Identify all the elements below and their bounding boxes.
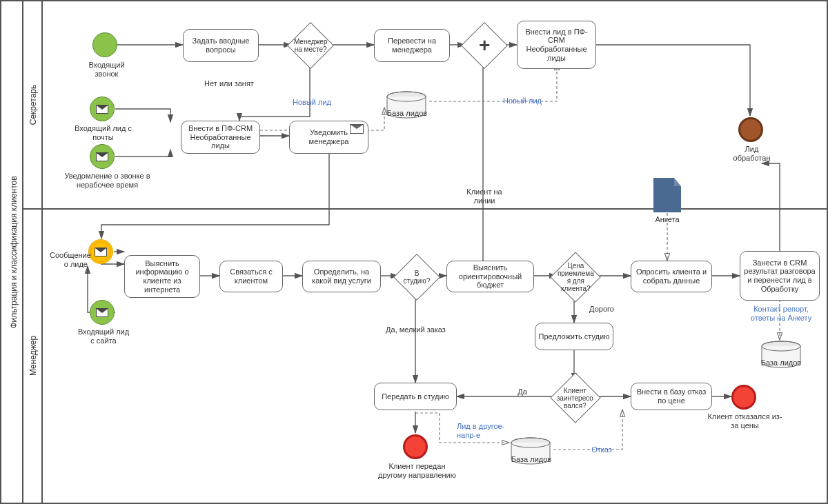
label: Анкета: [650, 215, 684, 224]
task-crm-result: Занести в CRM результат разговора и пере…: [740, 251, 820, 301]
task-contact: Связаться с клиентом: [219, 261, 283, 292]
label: Сообщение о лиде: [50, 251, 88, 268]
task-survey: Опросить клиента и собрать данные: [631, 261, 712, 292]
task-add-lead-crm: Внести лид в ПФ- CRM Необработанные лиды: [517, 21, 596, 69]
start-event-call: [92, 32, 117, 57]
label: Уведомление о звонке в нерабочее время: [61, 172, 154, 189]
label: Клиент отказался из-за цены: [705, 412, 785, 430]
edge-label: Клиент на линии: [457, 188, 512, 205]
edge-label: Да: [512, 387, 533, 396]
start-event-email: [90, 97, 115, 121]
event-msg-lead: [88, 239, 113, 264]
pool-title: Фильтрация и классификация клиентов: [4, 1, 23, 503]
bpmn-diagram: Фильтрация и классификация клиентов Секр…: [0, 0, 828, 504]
edge-label: Новый лид: [498, 97, 546, 105]
edge-label: Нет или занят: [201, 79, 257, 88]
edge-label: Контакт репорт, ответы на Анкету: [747, 305, 816, 322]
edge-label: Отказ: [584, 445, 619, 454]
task-budget: Выяснить ориентировочный бюджет: [446, 261, 534, 292]
task-ask-questions: Задать вводные вопросы: [183, 29, 259, 62]
envelope-icon: [350, 124, 364, 134]
edge-label: Дорого: [584, 305, 619, 314]
lane-title-top: Секретарь: [23, 1, 43, 208]
task-transfer-manager: Перевести на менеджера: [374, 29, 450, 62]
data-object-anketa: [653, 178, 681, 212]
task-refuse-db: Внести в базу отказ по цене: [631, 383, 712, 410]
edge-label: Да, мелкий заказ: [379, 325, 452, 334]
gateway-price: Цена приемлема я для клиента?: [550, 252, 601, 303]
label: Лид обработан: [726, 145, 778, 162]
task-define-service: Определить, на какой вид услуги: [302, 261, 381, 292]
task-add-crm-incoming: Внести в ПФ-CRM Необработанные лиды: [181, 121, 260, 154]
task-find-info: Выяснить информацию о клиенте из интерне…: [124, 255, 200, 298]
label: Входящий звонок: [77, 61, 136, 78]
gateway-studio: В студию?: [393, 254, 440, 301]
label: База лидов: [760, 359, 802, 367]
lane-divider: [22, 208, 827, 210]
gateway-parallel: +: [461, 22, 508, 69]
start-event-site: [90, 300, 115, 325]
edge-label: Новый лид: [288, 98, 336, 107]
lane-title-bottom: Менеджер: [23, 208, 43, 503]
end-event-lead-processed: [738, 117, 763, 142]
gateway-manager-here: Менеджер на месте?: [287, 22, 334, 69]
label: Входящий лид с почты: [70, 124, 136, 141]
label: Клиент передан другому направлению: [374, 462, 460, 479]
gateway-interested: Клиент заинтересо вался?: [550, 372, 601, 423]
start-event-offhours: [90, 144, 115, 169]
task-notify-manager: Уведомить менеджера: [289, 121, 368, 154]
end-event-other-dir: [403, 434, 428, 459]
label: База лидов: [511, 455, 552, 464]
task-to-studio: Передать в студию: [374, 383, 457, 410]
task-offer-studio: Предложить студию: [535, 323, 613, 350]
label: Входящий лид с сайта: [76, 327, 131, 345]
edge-label: Лид в другое- напр-е: [457, 422, 505, 439]
label: База лидов: [386, 109, 428, 118]
end-event-refused: [731, 385, 756, 410]
